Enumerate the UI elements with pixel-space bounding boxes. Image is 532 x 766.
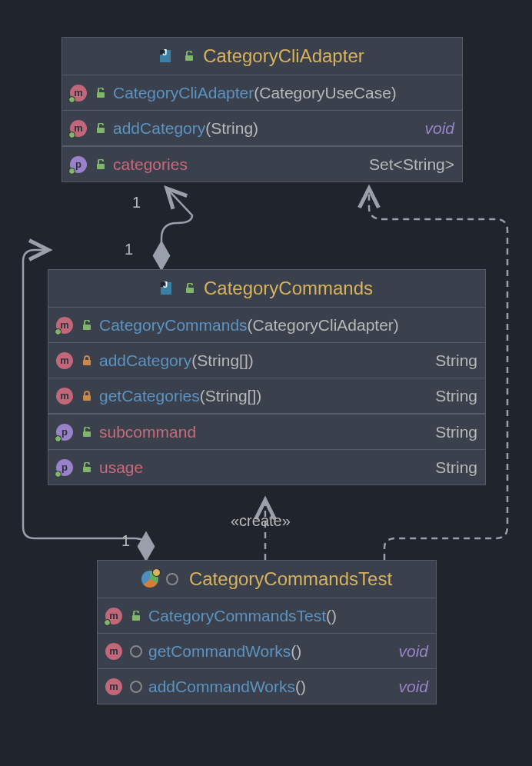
member-name: getCategories [99,387,200,405]
svg-rect-0 [185,55,193,61]
java-file-icon [160,48,175,64]
svg-rect-9 [83,467,91,472]
property-icon: p [56,424,73,441]
method-icon: m [105,608,122,624]
return-type: Set<String> [369,155,454,174]
test-class-icon [141,571,158,588]
package-private-icon [130,681,142,693]
property-icon: p [56,459,73,476]
svg-rect-5 [83,325,91,330]
multiplicity-label: 1 [132,194,141,211]
return-type: void [398,642,428,661]
class-category-commands: CategoryCommands m CategoryCommands(Cate… [48,269,486,485]
private-lock-icon [81,391,93,401]
public-open-lock-icon [95,159,107,170]
class-title: CategoryCommands [204,278,373,299]
member-name: CategoryCommands [99,316,248,335]
multiplicity-label: 1 [121,532,130,550]
class-header: CategoryCommandsTest [98,561,436,598]
svg-rect-8 [83,431,91,437]
member-name: addCommandWorks [148,678,295,696]
method-icon: m [70,120,87,137]
member-row: p categories Set<String> [62,146,462,182]
public-open-lock-icon [184,283,196,294]
member-name: categories [113,155,188,174]
member-name: subcommand [99,423,196,441]
return-type: String [435,423,477,441]
svg-rect-1 [97,92,105,98]
member-row: m CategoryCommands(CategoryCliAdapter) [48,308,485,343]
package-private-icon [166,573,178,585]
method-icon: m [56,352,73,369]
member-name: addCategory [113,119,205,138]
public-open-lock-icon [81,462,93,473]
svg-rect-2 [97,128,105,133]
member-name: CategoryCommandsTest [148,607,326,625]
method-icon: m [56,388,73,405]
return-type: void [398,678,428,696]
return-type: String [435,351,477,370]
svg-rect-3 [97,164,105,169]
member-row: m getCommandWorks() void [98,634,436,669]
member-row: m addCategory(String[]) String [48,343,485,378]
public-open-lock-icon [81,320,93,331]
java-file-icon [161,281,176,296]
member-name: CategoryCliAdapter [113,84,254,102]
public-open-lock-icon [130,611,142,621]
member-row: p usage String [48,450,485,485]
method-icon: m [56,317,73,334]
svg-rect-10 [132,615,140,621]
member-row: m CategoryCliAdapter(CategoryUseCase) [62,75,462,111]
member-row: m CategoryCommandsTest() [98,598,436,634]
member-name: getCommandWorks [148,642,291,661]
stereotype-create: «create» [231,512,291,530]
return-type: void [424,119,454,138]
member-row: m addCategory(String) void [62,111,462,146]
multiplicity-label: 1 [125,241,133,258]
public-open-lock-icon [95,88,107,98]
member-name: addCategory [99,351,191,370]
svg-rect-6 [83,360,91,365]
class-header: CategoryCliAdapter [62,38,462,75]
package-private-icon [130,645,142,658]
class-title: CategoryCliAdapter [203,45,364,67]
return-type: String [435,387,477,405]
public-open-lock-icon [183,51,195,62]
property-icon: p [70,156,87,173]
public-open-lock-icon [95,123,107,134]
svg-rect-7 [83,395,91,401]
class-category-commands-test: CategoryCommandsTest m CategoryCommandsT… [97,560,437,704]
class-header: CategoryCommands [48,270,485,308]
method-icon: m [105,678,122,695]
member-row: p subcommand String [48,414,485,450]
return-type: String [435,458,477,477]
class-title: CategoryCommandsTest [189,568,392,590]
svg-rect-4 [186,288,194,293]
method-icon: m [105,643,122,660]
method-icon: m [70,85,87,102]
member-name: usage [99,458,143,477]
member-row: m addCommandWorks() void [98,669,436,704]
class-category-cli-adapter: CategoryCliAdapter m CategoryCliAdapter(… [62,37,463,182]
public-open-lock-icon [81,427,93,438]
member-row: m getCategories(String[]) String [48,378,485,414]
private-lock-icon [81,355,93,366]
